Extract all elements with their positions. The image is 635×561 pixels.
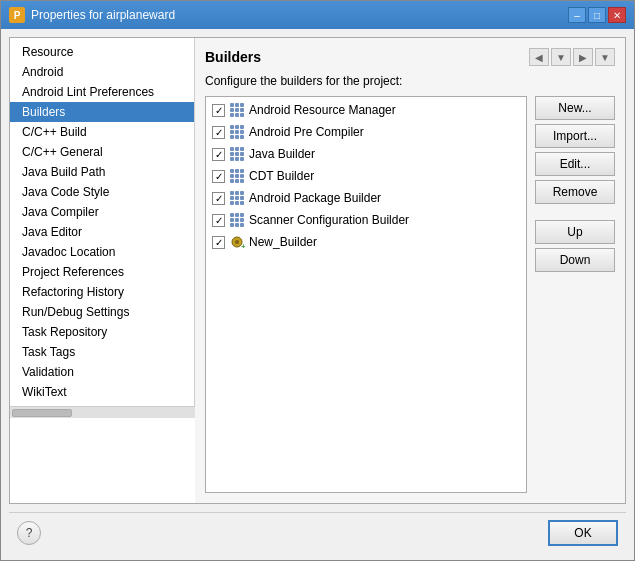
sidebar-item-java-code-style[interactable]: Java Code Style <box>10 182 194 202</box>
nav-forward-button[interactable]: ▶ <box>573 48 593 66</box>
sidebar-item-task-tags[interactable]: Task Tags <box>10 342 194 362</box>
builder-checkbox-android-pre-compiler[interactable] <box>212 126 225 139</box>
builder-label-scanner-configuration-builder: Scanner Configuration Builder <box>249 213 409 227</box>
import-button[interactable]: Import... <box>535 124 615 148</box>
builder-icon-new-builder: + <box>229 234 245 250</box>
action-buttons: New... Import... Edit... Remove Up Down <box>535 96 615 493</box>
minimize-button[interactable]: – <box>568 7 586 23</box>
nav-menu-button[interactable]: ▼ <box>595 48 615 66</box>
edit-button[interactable]: Edit... <box>535 152 615 176</box>
panel-header: Builders ◀ ▼ ▶ ▼ <box>205 48 615 66</box>
sidebar-item-java-editor[interactable]: Java Editor <box>10 222 194 242</box>
builder-checkbox-android-package-builder[interactable] <box>212 192 225 205</box>
window-icon: P <box>9 7 25 23</box>
right-panel: Builders ◀ ▼ ▶ ▼ Configure the builders … <box>195 38 625 503</box>
sidebar-item-cpp-build[interactable]: C/C++ Build <box>10 122 194 142</box>
builder-item-new-builder[interactable]: + New_Builder <box>208 231 524 253</box>
sidebar-item-android-lint[interactable]: Android Lint Preferences <box>10 82 194 102</box>
main-window: P Properties for airplaneward – □ ✕ Reso… <box>0 0 635 561</box>
sidebar-item-java-compiler[interactable]: Java Compiler <box>10 202 194 222</box>
close-button[interactable]: ✕ <box>608 7 626 23</box>
builder-label-new-builder: New_Builder <box>249 235 317 249</box>
builder-item-android-pre-compiler[interactable]: Android Pre Compiler <box>208 121 524 143</box>
remove-button[interactable]: Remove <box>535 180 615 204</box>
sidebar-item-refactoring-history[interactable]: Refactoring History <box>10 282 194 302</box>
builder-icon-android-pre-compiler <box>229 124 245 140</box>
builders-area: Android Resource ManagerAndroid Pre Comp… <box>205 96 615 493</box>
builder-label-android-resource-manager: Android Resource Manager <box>249 103 396 117</box>
builder-icon-android-package-builder <box>229 190 245 206</box>
scrollbar-thumb[interactable] <box>12 409 72 417</box>
builder-checkbox-java-builder[interactable] <box>212 148 225 161</box>
builder-item-android-resource-manager[interactable]: Android Resource Manager <box>208 99 524 121</box>
builder-icon-scanner-configuration-builder <box>229 212 245 228</box>
sidebar-item-project-references[interactable]: Project References <box>10 262 194 282</box>
builder-label-android-package-builder: Android Package Builder <box>249 191 381 205</box>
builder-item-cdt-builder[interactable]: CDT Builder <box>208 165 524 187</box>
title-bar-buttons: – □ ✕ <box>568 7 626 23</box>
builder-icon-cdt-builder <box>229 168 245 184</box>
ok-button[interactable]: OK <box>548 520 618 546</box>
builder-checkbox-scanner-configuration-builder[interactable] <box>212 214 225 227</box>
help-button[interactable]: ? <box>17 521 41 545</box>
sidebar-item-android[interactable]: Android <box>10 62 194 82</box>
builder-icon-android-resource-manager <box>229 102 245 118</box>
builder-checkbox-cdt-builder[interactable] <box>212 170 225 183</box>
title-bar: P Properties for airplaneward – □ ✕ <box>1 1 634 29</box>
sidebar-item-builders[interactable]: Builders <box>10 102 194 122</box>
builders-list: Android Resource ManagerAndroid Pre Comp… <box>205 96 527 493</box>
down-button[interactable]: Down <box>535 248 615 272</box>
builder-label-android-pre-compiler: Android Pre Compiler <box>249 125 364 139</box>
up-button[interactable]: Up <box>535 220 615 244</box>
new-button[interactable]: New... <box>535 96 615 120</box>
nav-back-button[interactable]: ◀ <box>529 48 549 66</box>
builder-item-scanner-configuration-builder[interactable]: Scanner Configuration Builder <box>208 209 524 231</box>
sidebar-item-cpp-general[interactable]: C/C++ General <box>10 142 194 162</box>
panel-nav: ◀ ▼ ▶ ▼ <box>529 48 615 66</box>
builder-label-cdt-builder: CDT Builder <box>249 169 314 183</box>
panel-description: Configure the builders for the project: <box>205 74 615 88</box>
sidebar-item-task-repository[interactable]: Task Repository <box>10 322 194 342</box>
builder-item-android-package-builder[interactable]: Android Package Builder <box>208 187 524 209</box>
svg-text:+: + <box>241 242 245 250</box>
nav-dropdown-button[interactable]: ▼ <box>551 48 571 66</box>
builder-checkbox-new-builder[interactable] <box>212 236 225 249</box>
builder-icon-java-builder <box>229 146 245 162</box>
sidebar-item-java-build-path[interactable]: Java Build Path <box>10 162 194 182</box>
window-title: Properties for airplaneward <box>31 8 568 22</box>
sidebar: ResourceAndroidAndroid Lint PreferencesB… <box>10 38 195 406</box>
main-panel: ResourceAndroidAndroid Lint PreferencesB… <box>9 37 626 504</box>
panel-title: Builders <box>205 49 261 65</box>
sidebar-item-run-debug-settings[interactable]: Run/Debug Settings <box>10 302 194 322</box>
bottom-bar: ? OK <box>9 512 626 552</box>
sidebar-item-validation[interactable]: Validation <box>10 362 194 382</box>
svg-point-1 <box>235 240 239 244</box>
maximize-button[interactable]: □ <box>588 7 606 23</box>
builder-checkbox-android-resource-manager[interactable] <box>212 104 225 117</box>
sidebar-item-resource[interactable]: Resource <box>10 42 194 62</box>
builder-item-java-builder[interactable]: Java Builder <box>208 143 524 165</box>
sidebar-scrollbar[interactable] <box>10 406 195 418</box>
sidebar-item-wikitext[interactable]: WikiText <box>10 382 194 402</box>
sidebar-item-javadoc-location[interactable]: Javadoc Location <box>10 242 194 262</box>
content-area: ResourceAndroidAndroid Lint PreferencesB… <box>1 29 634 560</box>
builder-label-java-builder: Java Builder <box>249 147 315 161</box>
